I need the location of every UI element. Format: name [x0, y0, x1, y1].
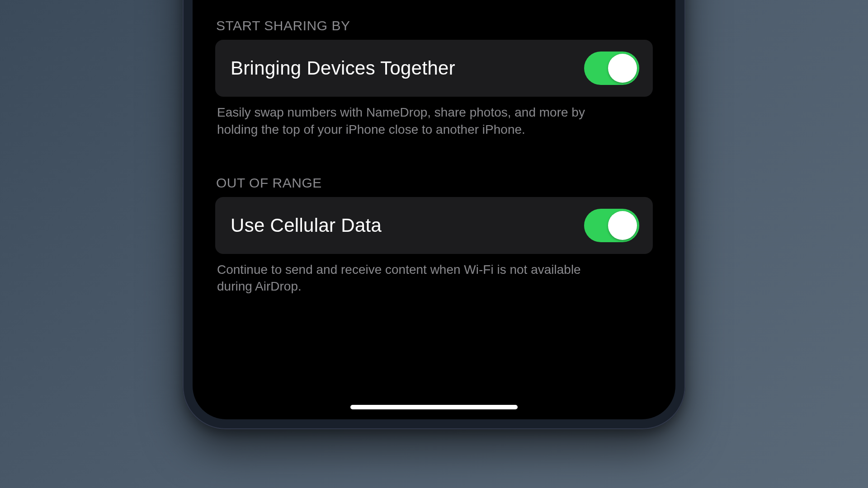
section-footer-start-sharing: Easily swap numbers with NameDrop, share… [215, 97, 612, 138]
section-out-of-range: OUT OF RANGE Use Cellular Data Continue … [215, 175, 653, 296]
section-footer-out-of-range: Continue to send and receive content whe… [215, 254, 612, 296]
toggle-use-cellular-data[interactable] [584, 209, 639, 242]
row-label-bringing-devices: Bringing Devices Together [231, 57, 455, 79]
row-use-cellular-data[interactable]: Use Cellular Data [215, 197, 653, 254]
phone-frame: START SHARING BY Bringing Devices Togeth… [183, 0, 685, 429]
section-header-out-of-range: OUT OF RANGE [215, 175, 653, 197]
settings-content: START SHARING BY Bringing Devices Togeth… [193, 18, 675, 295]
stage-background: START SHARING BY Bringing Devices Togeth… [0, 0, 868, 488]
home-indicator[interactable] [350, 405, 518, 409]
toggle-knob-icon [608, 211, 637, 240]
toggle-knob-icon [608, 54, 637, 83]
row-label-use-cellular-data: Use Cellular Data [231, 215, 382, 236]
phone-screen: START SHARING BY Bringing Devices Togeth… [193, 0, 675, 419]
section-header-start-sharing: START SHARING BY [215, 18, 653, 40]
toggle-bringing-devices-together[interactable] [584, 52, 639, 85]
row-bringing-devices-together[interactable]: Bringing Devices Together [215, 40, 653, 97]
section-start-sharing: START SHARING BY Bringing Devices Togeth… [215, 18, 653, 138]
